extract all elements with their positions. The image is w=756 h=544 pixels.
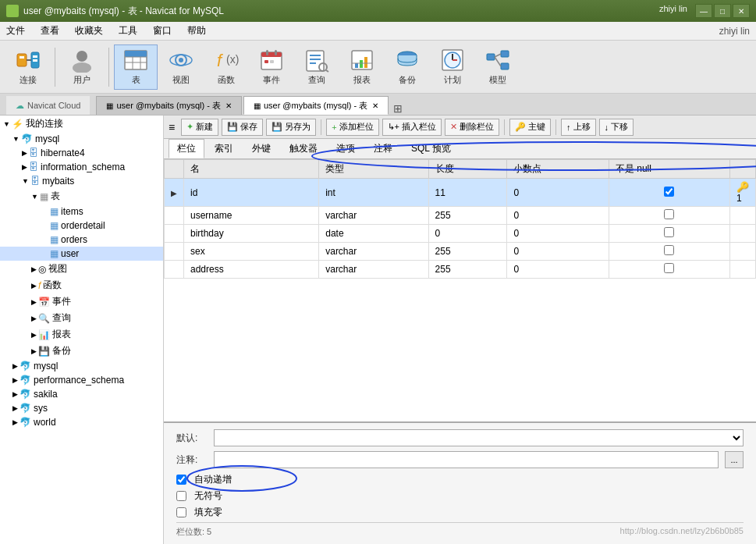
field-length-username[interactable]: 255 xyxy=(428,207,507,225)
sidebar-hibernate4[interactable]: ▶ 🗄 hibernate4 xyxy=(0,146,163,160)
sidebar-orders[interactable]: ▦ orders xyxy=(0,233,163,247)
field-notnull-address[interactable] xyxy=(609,261,729,279)
notnull-checkbox-username[interactable] xyxy=(664,209,674,219)
field-length-id[interactable]: 11 xyxy=(428,179,507,207)
new-tab-icon[interactable]: ⊞ xyxy=(393,102,403,115)
toolbar-query[interactable]: 查询 xyxy=(295,44,339,90)
toolbar-function[interactable]: f (x) 函数 xyxy=(204,44,248,90)
tab-fields[interactable]: 栏位 xyxy=(169,139,204,158)
arrow-world[interactable]: ▶ xyxy=(12,418,18,426)
field-name-username[interactable]: username xyxy=(184,207,319,225)
primary-key-button[interactable]: 🔑 主键 xyxy=(509,119,551,136)
sidebar-views[interactable]: ▶ ◎ 视图 xyxy=(0,261,163,277)
field-name-birthday[interactable]: birthday xyxy=(184,225,319,243)
field-notnull-id[interactable] xyxy=(609,179,729,207)
arrow-my-connections[interactable]: ▼ xyxy=(3,120,10,128)
field-name-address[interactable]: address xyxy=(184,261,319,279)
sidebar-backup[interactable]: ▶ 💾 备份 xyxy=(0,343,163,359)
toolbar-report[interactable]: 报表 xyxy=(340,44,384,90)
arrow-sakila[interactable]: ▶ xyxy=(12,390,18,398)
table-row[interactable]: sex varchar 255 0 xyxy=(165,243,756,261)
add-column-button[interactable]: + 添加栏位 xyxy=(326,119,378,136)
field-notnull-username[interactable] xyxy=(609,207,729,225)
toolbar-event[interactable]: 事件 xyxy=(250,44,293,90)
notnull-checkbox-birthday[interactable] xyxy=(664,227,674,237)
arrow-backup[interactable]: ▶ xyxy=(31,347,37,355)
menu-view[interactable]: 查看 xyxy=(37,23,62,39)
table-row[interactable]: address varchar 255 0 xyxy=(165,261,756,279)
new-button[interactable]: ✦ 新建 xyxy=(181,119,218,136)
comment-input[interactable] xyxy=(214,451,719,468)
sidebar-items[interactable]: ▦ items xyxy=(0,204,163,219)
toolbar-view[interactable]: 视图 xyxy=(159,44,203,90)
table-tab-1[interactable]: ▦ user @mybaits (mysql) - 表 ✕ xyxy=(96,96,241,115)
close-tab1-icon[interactable]: ✕ xyxy=(225,101,232,110)
field-decimal-username[interactable]: 0 xyxy=(507,207,609,225)
close-button[interactable]: ✕ xyxy=(733,4,750,18)
field-length-birthday[interactable]: 0 xyxy=(428,225,507,243)
field-decimal-birthday[interactable]: 0 xyxy=(507,225,609,243)
maximize-button[interactable]: □ xyxy=(714,4,731,18)
sidebar-world[interactable]: ▶ 🐬 world xyxy=(0,415,163,429)
arrow-reports[interactable]: ▶ xyxy=(31,331,37,339)
field-notnull-birthday[interactable] xyxy=(609,225,729,243)
field-name-id[interactable]: id xyxy=(184,179,319,207)
field-length-address[interactable]: 255 xyxy=(428,261,507,279)
arrow-mybaits[interactable]: ▼ xyxy=(22,177,29,185)
arrow-info-schema[interactable]: ▶ xyxy=(22,163,27,171)
arrow-mysql-schema[interactable]: ▶ xyxy=(12,362,18,370)
sidebar-mybaits[interactable]: ▼ 🗄 mybaits xyxy=(0,174,163,188)
sidebar-functions[interactable]: ▶ f 函数 xyxy=(0,277,163,293)
table-tab-2[interactable]: ▦ user @mybaits (mysql) - 表 ✕ xyxy=(243,96,389,115)
move-down-button[interactable]: ↓ 下移 xyxy=(599,119,634,136)
save-as-button[interactable]: 💾 另存为 xyxy=(266,119,316,136)
field-type-address[interactable]: varchar xyxy=(319,261,428,279)
sidebar-reports[interactable]: ▶ 📊 报表 xyxy=(0,326,163,343)
tab-comments[interactable]: 注释 xyxy=(365,139,401,158)
table-row[interactable]: birthday date 0 0 xyxy=(165,225,756,243)
sidebar-user[interactable]: ▦ user xyxy=(0,247,163,261)
field-type-id[interactable]: int xyxy=(319,179,428,207)
default-dropdown[interactable] xyxy=(214,429,744,446)
arrow-queries[interactable]: ▶ xyxy=(31,315,37,322)
save-button[interactable]: 💾 保存 xyxy=(222,119,263,136)
sidebar-my-connections[interactable]: ▼ ⚡ 我的连接 xyxy=(0,116,163,132)
tab-indexes[interactable]: 索引 xyxy=(206,139,242,158)
sidebar-queries[interactable]: ▶ 🔍 查询 xyxy=(0,310,163,326)
tab-options[interactable]: 选项 xyxy=(328,139,364,158)
insert-column-button[interactable]: ↳+ 插入栏位 xyxy=(382,119,442,136)
arrow-views[interactable]: ▶ xyxy=(31,265,37,273)
toolbar-model[interactable]: 模型 xyxy=(476,44,520,90)
move-up-button[interactable]: ↑ 上移 xyxy=(561,119,596,136)
toolbar-backup[interactable]: 备份 xyxy=(385,44,429,90)
toolbar-plan[interactable]: 计划 xyxy=(431,44,474,90)
field-type-birthday[interactable]: date xyxy=(319,225,428,243)
sidebar-mysql-main[interactable]: ▼ 🐬 mysql xyxy=(0,132,163,146)
toolbar-table[interactable]: 表 xyxy=(114,44,158,90)
field-decimal-id[interactable]: 0 xyxy=(507,179,609,207)
menu-favorites[interactable]: 收藏夹 xyxy=(72,23,106,39)
tab-sql-preview[interactable]: SQL 预览 xyxy=(403,139,460,158)
comment-extra-button[interactable]: ... xyxy=(725,451,744,468)
field-name-sex[interactable]: sex xyxy=(184,243,319,261)
field-length-sex[interactable]: 255 xyxy=(428,243,507,261)
minimize-button[interactable]: — xyxy=(695,4,712,18)
field-decimal-sex[interactable]: 0 xyxy=(507,243,609,261)
zerofill-checkbox[interactable] xyxy=(176,507,186,517)
sidebar-sys[interactable]: ▶ 🐬 sys xyxy=(0,401,163,415)
notnull-checkbox-address[interactable] xyxy=(664,263,674,273)
field-decimal-address[interactable]: 0 xyxy=(507,261,609,279)
arrow-perf-schema[interactable]: ▶ xyxy=(12,376,18,384)
tab-foreign-keys[interactable]: 外键 xyxy=(243,139,279,158)
notnull-checkbox-id[interactable] xyxy=(664,187,674,197)
sidebar-sakila[interactable]: ▶ 🐬 sakila xyxy=(0,387,163,401)
table-row[interactable]: username varchar 255 0 xyxy=(165,207,756,225)
sidebar-events[interactable]: ▶ 📅 事件 xyxy=(0,293,163,310)
tab-triggers[interactable]: 触发器 xyxy=(281,139,326,158)
arrow-sys[interactable]: ▶ xyxy=(12,404,18,412)
sidebar-performance-schema[interactable]: ▶ 🐬 performance_schema xyxy=(0,373,163,387)
notnull-checkbox-sex[interactable] xyxy=(664,245,674,255)
menu-file[interactable]: 文件 xyxy=(3,23,28,39)
sidebar-information-schema[interactable]: ▶ 🗄 information_schema xyxy=(0,160,163,174)
toolbar-user[interactable]: 用户 xyxy=(60,44,104,90)
